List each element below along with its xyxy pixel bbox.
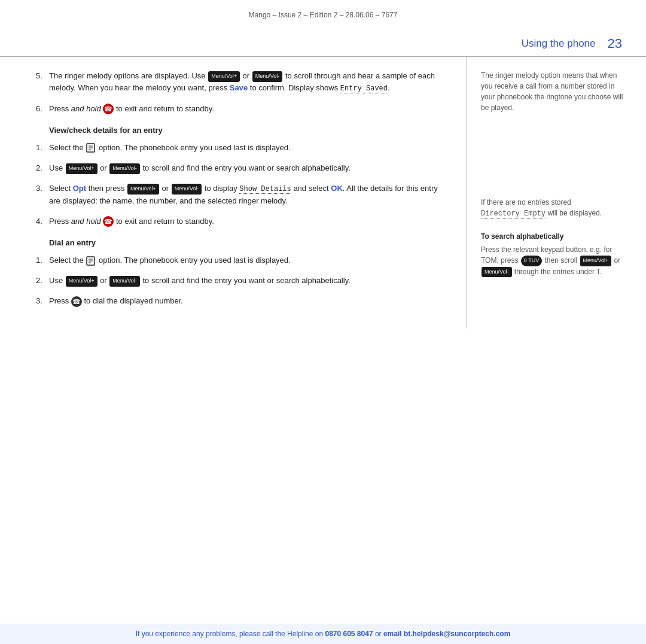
- menu-vol-minus-key-3: Menu/Vol-: [172, 184, 202, 195]
- step-5-number: 5.: [36, 70, 49, 95]
- footer: If you experience any problems, please c…: [0, 624, 646, 644]
- footer-email: email bt.helpdesk@suncorptech.com: [383, 630, 510, 638]
- main-content: 5. The ringer melody options are display…: [0, 57, 646, 329]
- menu-vol-plus-key-5: Menu/Vol+: [580, 256, 612, 266]
- view-step-2-text: Use Menu/Vol+ or Menu/Vol- to scroll and…: [49, 162, 351, 174]
- step-5: 5. The ringer melody options are display…: [36, 70, 448, 95]
- right-note-1-text: The ringer melody option means that when…: [481, 71, 623, 112]
- show-details-display: Show Details: [239, 185, 291, 194]
- dial-step-1: 1. Select the option. The phonebook entr…: [36, 254, 448, 266]
- ok-label: OK: [331, 184, 343, 193]
- right-note-2: If there are no entries stored Directory…: [481, 197, 628, 219]
- menu-vol-minus-key-1: Menu/Vol-: [252, 71, 283, 82]
- call-icon: ☎: [71, 296, 82, 307]
- view-step-1: 1. Select the option. The phonebook entr…: [36, 142, 448, 154]
- left-column: 5. The ringer melody options are display…: [0, 57, 467, 329]
- dial-step-2-number: 2.: [36, 275, 49, 287]
- dial-step-3-number: 3.: [36, 295, 49, 307]
- dial-step-3: 3. Press ☎ to dial the displayed number.: [36, 295, 448, 307]
- view-step-3-text: Select Opt then press Menu/Vol+ or Menu/…: [49, 183, 448, 207]
- step-6-text: Press and hold ☎ to exit and return to s…: [49, 103, 214, 115]
- dial-step-2-text: Use Menu/Vol+ or Menu/Vol- to scroll and…: [49, 275, 351, 287]
- dial-step-1-number: 1.: [36, 254, 49, 266]
- right-note-3: To search alphabetically Press the relev…: [481, 231, 628, 277]
- view-step-2-number: 2.: [36, 162, 49, 174]
- dial-step-2: 2. Use Menu/Vol+ or Menu/Vol- to scroll …: [36, 275, 448, 287]
- view-step-2: 2. Use Menu/Vol+ or Menu/Vol- to scroll …: [36, 162, 448, 174]
- view-step-3-number: 3.: [36, 183, 49, 207]
- menu-vol-minus-key-5: Menu/Vol-: [482, 267, 512, 278]
- view-step-4-text: Press and hold ☎ to exit and return to s…: [49, 215, 214, 227]
- phonebook-icon-1: [86, 143, 96, 153]
- phonebook-icon-2: [86, 256, 96, 266]
- opt-label: Opt: [73, 184, 86, 193]
- menu-vol-plus-key-3: Menu/Vol+: [127, 184, 159, 195]
- menu-vol-minus-key-2: Menu/Vol-: [109, 163, 140, 174]
- page-title: Using the phone: [522, 38, 596, 50]
- menu-vol-plus-key-4: Menu/Vol+: [66, 276, 97, 287]
- and-hold-text-2: and hold: [71, 217, 101, 226]
- step-6-number: 6.: [36, 103, 49, 115]
- menu-vol-minus-key-4: Menu/Vol-: [109, 276, 140, 287]
- entry-saved-display: Entry Saved: [340, 84, 388, 93]
- right-note-1: The ringer melody option means that when…: [481, 70, 628, 113]
- page-number: 23: [608, 36, 622, 51]
- step-6: 6. Press and hold ☎ to exit and return t…: [36, 103, 448, 115]
- dial-step-3-text: Press ☎ to dial the displayed number.: [49, 295, 183, 307]
- section-dial-heading: Dial an entry: [49, 238, 448, 247]
- page-header: Mango – Issue 2 – Edition 2 – 28.06.06 –…: [0, 0, 646, 25]
- to-search-alpha-title: To search alphabetically: [481, 231, 628, 242]
- view-step-3: 3. Select Opt then press Menu/Vol+ or Me…: [36, 183, 448, 207]
- end-call-icon-1: ☎: [103, 104, 114, 114]
- directory-empty-display: Directory Empty: [481, 209, 546, 218]
- and-hold-text: and hold: [71, 104, 101, 113]
- step-5-text: The ringer melody options are displayed.…: [49, 70, 448, 95]
- right-column: The ringer melody option means that when…: [467, 57, 646, 329]
- view-step-1-text: Select the option. The phonebook entry y…: [49, 142, 291, 154]
- footer-text-before: If you experience any problems, please c…: [136, 630, 325, 638]
- right-note-2-text: If there are no entries stored: [481, 198, 571, 206]
- right-note-2-after: will be displayed.: [547, 209, 602, 217]
- spacer: [481, 125, 628, 197]
- header-text: Mango – Issue 2 – Edition 2 – 28.06.06 –…: [249, 11, 398, 19]
- end-call-icon-2: ☎: [103, 216, 114, 227]
- tuv-key: 8 TUV: [521, 256, 542, 266]
- view-step-4-number: 4.: [36, 215, 49, 227]
- footer-phone: 0870 605 8047: [325, 630, 373, 638]
- save-label: Save: [230, 83, 248, 92]
- page-title-area: Using the phone 23: [0, 25, 646, 56]
- menu-vol-plus-key-2: Menu/Vol+: [66, 163, 97, 174]
- right-note-3-text: Press the relevant keypad button, e.g. f…: [481, 245, 620, 276]
- menu-vol-plus-key-1: Menu/Vol+: [208, 71, 240, 82]
- dial-step-1-text: Select the option. The phonebook entry y…: [49, 254, 291, 266]
- page-container: Mango – Issue 2 – Edition 2 – 28.06.06 –…: [0, 0, 646, 644]
- footer-or: or: [375, 630, 383, 638]
- view-step-1-number: 1.: [36, 142, 49, 154]
- section-view-heading: View/check details for an entry: [49, 126, 448, 135]
- view-step-4: 4. Press and hold ☎ to exit and return t…: [36, 215, 448, 227]
